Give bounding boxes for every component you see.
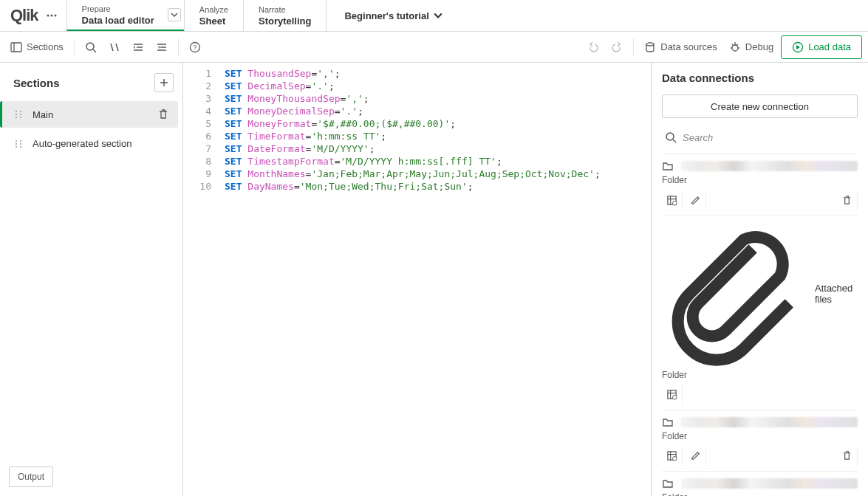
- outdent-button[interactable]: [151, 37, 172, 58]
- svg-point-2: [54, 15, 56, 17]
- svg-point-48: [672, 396, 677, 400]
- delete-icon[interactable]: [841, 450, 852, 461]
- toolbar-separator: [633, 38, 634, 56]
- data-sources-button[interactable]: Data sources: [640, 37, 722, 58]
- help-button[interactable]: ?: [185, 37, 205, 58]
- connections-search[interactable]: Search: [662, 127, 858, 148]
- action-separator: [709, 190, 730, 210]
- action-separator: [709, 446, 730, 466]
- app-title-dropdown[interactable]: Beginner's tutorial: [327, 0, 459, 31]
- select-data-icon: [666, 389, 677, 400]
- delete-connection-button[interactable]: [837, 190, 858, 210]
- svg-point-34: [20, 140, 21, 142]
- search-placeholder: Search: [683, 132, 713, 143]
- svg-line-8: [116, 44, 118, 51]
- drag-handle-icon: [13, 139, 24, 149]
- edit-icon: [690, 195, 701, 206]
- app-logo: Qlik: [10, 6, 38, 25]
- section-label: Main: [33, 109, 148, 120]
- search-icon: [665, 131, 677, 143]
- drag-handle-icon: [13, 109, 24, 120]
- delete-connection-button[interactable]: [837, 446, 858, 466]
- folder-icon: [662, 478, 674, 489]
- toggle-sections-button[interactable]: Sections: [6, 37, 68, 58]
- edit-icon: [690, 450, 701, 461]
- nav-tab-bottomlabel: Storytelling: [259, 16, 312, 27]
- tab-narrate[interactable]: Narrate Storytelling: [243, 0, 327, 31]
- code-area[interactable]: SET ThousandSep=',';SET DecimalSep='.';S…: [219, 63, 651, 496]
- debug-label: Debug: [745, 41, 773, 52]
- svg-point-39: [666, 133, 674, 140]
- select-data-icon: [666, 195, 677, 206]
- edit-connection-button[interactable]: [686, 446, 706, 466]
- load-data-button[interactable]: Load data: [781, 35, 862, 59]
- add-section-button[interactable]: [154, 73, 174, 92]
- edit-connection-button[interactable]: [686, 190, 706, 210]
- debug-button[interactable]: Debug: [725, 37, 778, 58]
- svg-point-31: [16, 117, 17, 118]
- attachment-icon: [662, 221, 807, 367]
- svg-point-33: [16, 140, 17, 142]
- svg-point-30: [20, 114, 21, 115]
- svg-point-29: [16, 114, 17, 115]
- select-data-button[interactable]: [662, 446, 683, 466]
- line-number-gutter: 12345678910: [183, 63, 219, 496]
- svg-line-6: [93, 49, 96, 52]
- redo-button[interactable]: [606, 37, 627, 58]
- toolbar-separator: [178, 38, 179, 56]
- undo-button[interactable]: [583, 37, 604, 58]
- svg-point-18: [732, 45, 738, 51]
- section-item[interactable]: Auto-generated section: [4, 131, 178, 156]
- svg-rect-3: [11, 43, 21, 52]
- connection-name-blurred: [681, 417, 858, 427]
- svg-point-38: [20, 146, 21, 148]
- folder-icon: [662, 416, 674, 428]
- code-editor[interactable]: 12345678910 SET ThousandSep=',';SET Deci…: [183, 63, 651, 496]
- search-button[interactable]: [81, 37, 101, 58]
- svg-point-0: [47, 15, 49, 17]
- sections-panel: Sections MainAuto-generated section Outp…: [0, 63, 183, 496]
- nav-tab-toplabel: Analyze: [199, 5, 228, 14]
- connection-item: Folder: [662, 471, 858, 496]
- sections-title: Sections: [13, 77, 60, 89]
- chevron-down-icon[interactable]: [168, 8, 181, 21]
- more-options-icon[interactable]: [46, 10, 58, 21]
- svg-point-1: [50, 15, 52, 17]
- select-data-button[interactable]: [662, 385, 683, 405]
- top-navigation-bar: Qlik Prepare Data load editor Analyze Sh…: [0, 0, 868, 32]
- svg-point-28: [20, 111, 21, 112]
- connections-title: Data connections: [662, 72, 858, 84]
- app-title: Beginner's tutorial: [344, 10, 428, 21]
- connection-type: Folder: [662, 370, 858, 380]
- select-data-icon: [666, 450, 677, 461]
- svg-point-44: [672, 201, 677, 205]
- select-data-button[interactable]: [662, 190, 683, 210]
- sections-toggle-label: Sections: [27, 41, 64, 52]
- data-sources-label: Data sources: [660, 41, 717, 52]
- connection-item: Attached filesFolder: [662, 215, 858, 410]
- section-label: Auto-generated section: [33, 138, 169, 149]
- create-connection-button[interactable]: Create new connection: [662, 94, 858, 118]
- connection-type: Folder: [662, 492, 858, 496]
- connection-item: Folder: [662, 410, 858, 471]
- connection-name-blurred: [681, 161, 858, 171]
- svg-point-36: [20, 143, 21, 145]
- output-button[interactable]: Output: [9, 466, 53, 487]
- indent-button[interactable]: [128, 37, 148, 58]
- nav-tab-toplabel: Prepare: [82, 4, 154, 13]
- tab-analyze[interactable]: Analyze Sheet: [184, 0, 243, 31]
- connection-type: Folder: [662, 431, 858, 441]
- load-data-label: Load data: [808, 41, 851, 52]
- delete-icon[interactable]: [157, 108, 169, 120]
- delete-icon[interactable]: [841, 195, 852, 206]
- connection-type: Folder: [662, 175, 858, 185]
- chevron-down-icon: [434, 11, 442, 20]
- svg-line-40: [673, 140, 676, 142]
- svg-point-32: [20, 117, 21, 118]
- tab-prepare[interactable]: Prepare Data load editor: [66, 0, 184, 31]
- svg-point-52: [672, 457, 677, 461]
- svg-point-35: [16, 143, 17, 145]
- editor-toolbar: Sections ? Data sources Debug Load data: [0, 32, 868, 63]
- comment-button[interactable]: [104, 37, 125, 58]
- section-item[interactable]: Main: [0, 101, 178, 128]
